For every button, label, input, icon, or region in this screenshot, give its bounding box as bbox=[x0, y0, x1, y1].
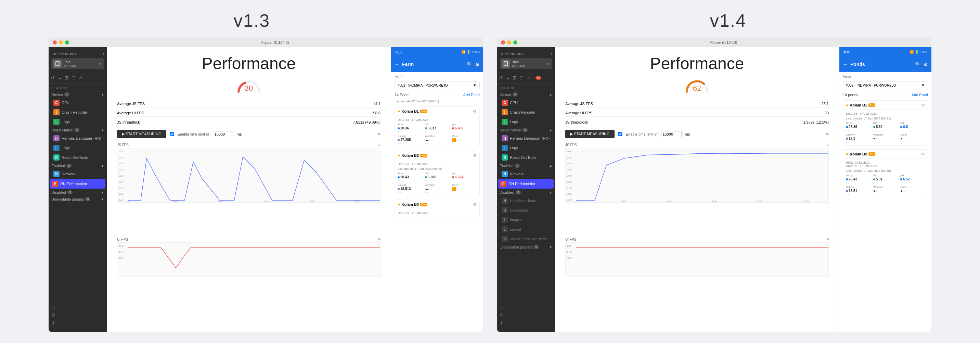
time-unit-v2: ms bbox=[685, 132, 690, 136]
search-icon-v2[interactable]: 🔍 bbox=[915, 62, 921, 67]
layout-icon-v2[interactable]: □ bbox=[520, 75, 523, 80]
grid-icon-v2[interactable]: ⊞ bbox=[512, 75, 517, 80]
pond-b3-settings-icon[interactable]: ⚙ bbox=[473, 202, 477, 207]
section-enabled-v2[interactable]: Enabled 2 ▲ bbox=[497, 162, 555, 169]
pond-b2-settings-icon[interactable]: ⚙ bbox=[473, 153, 477, 158]
plugin-shared-v2[interactable]: S Shared Preferences Viewer bbox=[497, 234, 555, 244]
back-btn-v2[interactable]: ← bbox=[843, 62, 848, 67]
add-pond-btn-v2[interactable]: Add Pond bbox=[912, 93, 928, 97]
svg-text:48.0: 48.0 bbox=[567, 162, 571, 165]
plugin-network-v1[interactable]: N Network bbox=[49, 169, 107, 179]
bottom-icon-1-v2[interactable]: ☰ bbox=[500, 304, 552, 309]
plugin-cpu-v2[interactable]: C CPU bbox=[497, 98, 555, 107]
plugin-headless-v2[interactable]: H Headless-demo bbox=[497, 196, 555, 206]
chart-menu-icon-v1[interactable]: ≡ bbox=[378, 131, 380, 137]
refresh-icon[interactable]: ↺ bbox=[51, 75, 55, 80]
plugin-logs-rn-v2[interactable]: L Logs bbox=[497, 143, 555, 153]
plugin-devtools-v2[interactable]: R React DevTools bbox=[497, 153, 555, 162]
time-limit-label-v1: Enable time limit of bbox=[178, 132, 209, 136]
refresh-icon-v2[interactable]: ↺ bbox=[499, 75, 503, 80]
plugin-databases-v2[interactable]: D Databases bbox=[497, 206, 555, 215]
minimize-btn-v2[interactable] bbox=[507, 40, 511, 45]
time-limit-input-v1[interactable] bbox=[213, 131, 233, 137]
plugin-crash-v1[interactable]: ! Crash Reporter bbox=[49, 107, 107, 117]
info-icon-v2[interactable]: ℹ bbox=[551, 51, 552, 56]
farm-dropdown-v1[interactable]: #002 - INDMIRA - PURWOREJO ▼ bbox=[395, 81, 480, 89]
section-device-v2[interactable]: Device 3 ▲ bbox=[497, 91, 555, 98]
search-icon-v1[interactable]: 🔍 bbox=[467, 62, 473, 67]
bottom-icon-3[interactable]: ⬆ bbox=[51, 321, 104, 326]
section-unavailable-v2[interactable]: Unavailable plugins 9 ▼ bbox=[497, 244, 555, 250]
flipper-titlebar-v2: Flipper (0.164.0) bbox=[497, 38, 931, 47]
sidebar-v2: APP INSPECT ℹ Jala SM-A525F ▼ bbox=[497, 47, 555, 332]
plugin-devtools-v1[interactable]: R React DevTools bbox=[49, 153, 107, 162]
start-measuring-btn-v2[interactable]: ▶ START MEASURING bbox=[565, 130, 614, 138]
back-btn-v1[interactable]: ← bbox=[395, 62, 399, 67]
close-btn-v1[interactable] bbox=[53, 40, 57, 45]
pond-b2-metrics-v2: Temp 28.43 ↓ - DO 5.31 ↓ - bbox=[846, 174, 925, 184]
plugin-crash-v2[interactable]: ! Crash Reporter bbox=[497, 107, 555, 117]
plugin-layout-v2[interactable]: L Layout bbox=[497, 225, 555, 234]
section-rn-v2[interactable]: React Native 3 ▲ bbox=[497, 127, 555, 134]
menu-icon[interactable]: ≡ bbox=[58, 75, 61, 80]
measure-row-v1: ▶ START MEASURING Enable time limit of m… bbox=[117, 130, 380, 138]
farm-dropdown-v2[interactable]: #002 - INDMIRA - PURWOREJO ▼ bbox=[843, 81, 928, 89]
close-btn-v2[interactable] bbox=[501, 40, 505, 45]
pond-b1-metrics-v1: Temp 28.36 ↓ - DO 5.617 ↓ - bbox=[398, 123, 477, 133]
maximize-btn-v2[interactable] bbox=[513, 40, 517, 45]
settings-icon-v2[interactable]: ⚙ bbox=[924, 62, 928, 67]
bottom-icon-1[interactable]: ☰ bbox=[51, 304, 104, 309]
pond-b1-status-dot: ● bbox=[398, 109, 400, 114]
export-icon-v2[interactable]: ↗ bbox=[527, 75, 531, 80]
menu-icon-v2[interactable]: ≡ bbox=[506, 75, 509, 80]
chart-options-icon-v2[interactable]: ≡ bbox=[826, 142, 829, 147]
section-disabled-v1[interactable]: Disabled 5 ▼ bbox=[49, 189, 107, 196]
svg-text:9000: 9000 bbox=[712, 200, 717, 202]
js-fps-chart-header-v2: JS FPS ≡ bbox=[565, 142, 829, 147]
pond-b1-settings-icon-v2[interactable]: ⚙ bbox=[921, 103, 925, 107]
plugin-logs-v2[interactable]: L Logs bbox=[497, 117, 555, 127]
plugin-images-v2[interactable]: I Images bbox=[497, 215, 555, 225]
bottom-icon-2[interactable]: ⚙ bbox=[51, 312, 104, 317]
plugin-rnperf-v2[interactable]: P RN Perf monitor bbox=[498, 179, 554, 188]
plugin-logs-v1[interactable]: L Logs bbox=[49, 117, 107, 127]
chart-menu-icon-v2[interactable]: ≡ bbox=[826, 131, 829, 137]
device-selector-v1[interactable]: Jala SM-A525F ▼ bbox=[51, 58, 104, 69]
bottom-icon-2-v2[interactable]: ⚙ bbox=[500, 312, 552, 317]
time-limit-checkbox-v1[interactable] bbox=[170, 132, 174, 136]
time-limit-input-v2[interactable] bbox=[661, 131, 682, 137]
minimize-btn-v1[interactable] bbox=[59, 40, 63, 45]
plugin-rnperf-v1[interactable]: P RN Perf monitor bbox=[50, 179, 105, 188]
plugin-cpu-v1[interactable]: C CPU bbox=[49, 98, 107, 107]
plugin-logs-rn-v1[interactable]: L Logs bbox=[49, 143, 107, 153]
export-icon[interactable]: ↗ bbox=[78, 75, 83, 80]
plugin-hermes-v2[interactable]: H Hermes Debugger (RN) bbox=[497, 134, 555, 143]
pond-b2-settings-icon-v2[interactable]: ⚙ bbox=[921, 152, 925, 156]
settings-icon-v1[interactable]: ⚙ bbox=[475, 62, 480, 67]
section-enabled-v1[interactable]: Enabled 2 ▲ bbox=[49, 162, 107, 169]
maximize-btn-v1[interactable] bbox=[65, 40, 69, 45]
section-rn-v1[interactable]: React Native 3 ▲ bbox=[49, 127, 107, 134]
svg-text:24.0: 24.0 bbox=[119, 186, 123, 190]
mobile-status-icons-v1: 📶 🔋 100% bbox=[461, 50, 480, 54]
plugin-hermes-v1[interactable]: H Hermes Debugger (RN) bbox=[49, 134, 107, 143]
ui-chart-options-icon-v1[interactable]: ≡ bbox=[378, 237, 380, 242]
start-measuring-btn-v1[interactable]: ▶ START MEASURING bbox=[117, 130, 166, 138]
layout-icon[interactable]: □ bbox=[72, 75, 75, 80]
section-unavailable-v1[interactable]: Unavailable plugins 0 ▼ bbox=[49, 196, 107, 203]
plugin-network-v2[interactable]: N Network bbox=[497, 169, 555, 179]
ui-chart-options-icon-v2[interactable]: ≡ bbox=[826, 237, 829, 242]
time-limit-checkbox-v2[interactable] bbox=[618, 132, 622, 136]
device-selector-v2[interactable]: Jala SM-A525F ▼ bbox=[500, 58, 552, 69]
pond-b1-settings-icon[interactable]: ⚙ bbox=[473, 109, 477, 114]
section-device-v1[interactable]: Device 3 ▲ bbox=[49, 91, 107, 98]
grid-icon[interactable]: ⊞ bbox=[64, 75, 68, 80]
js-threadlock-value-v2: 1.967s (12.5%) bbox=[803, 120, 829, 124]
bottom-icon-3-v2[interactable]: ⬆ bbox=[500, 321, 552, 326]
info-icon-v1[interactable]: ℹ bbox=[103, 51, 104, 56]
add-pond-btn-v1[interactable]: Add Pond bbox=[463, 93, 480, 97]
chart-options-icon-v1[interactable]: ≡ bbox=[378, 142, 380, 147]
svg-text:12.0: 12.0 bbox=[567, 198, 571, 202]
section-disabled-v2[interactable]: Disabled 5 ▲ bbox=[497, 189, 555, 196]
pond-section-header-v2: 14 ponds Add Pond bbox=[839, 91, 931, 99]
